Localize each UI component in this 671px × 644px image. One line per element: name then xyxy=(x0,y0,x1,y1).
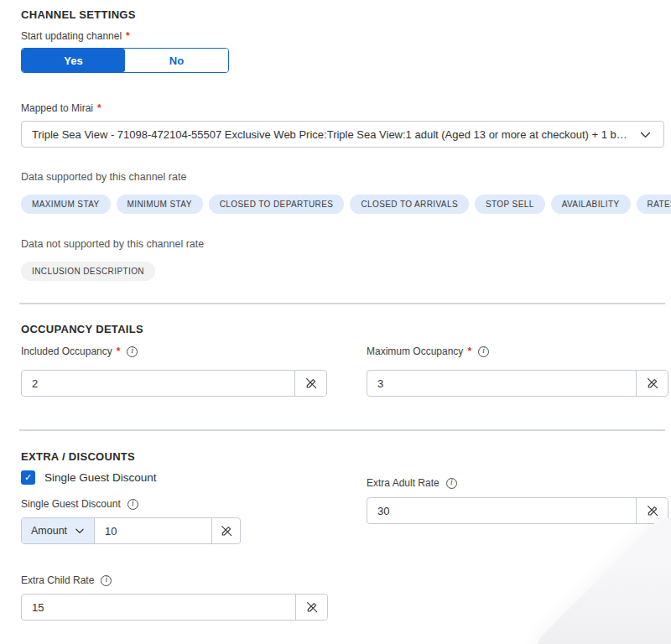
supported-chip: CLOSED TO DEPARTURES xyxy=(209,195,345,214)
single-guest-discount-group: Amount xyxy=(21,517,241,544)
maximum-occupancy-label: Maximum Occupancy * i xyxy=(367,345,489,357)
edit-off-icon xyxy=(646,504,659,517)
edit-off-icon xyxy=(305,600,319,614)
not-supported-data-label: Data not supported by this channel rate xyxy=(21,238,204,250)
not-supported-chips: INCLUSION DESCRIPTION xyxy=(21,262,155,281)
single-guest-discount-checkbox[interactable]: ✓ xyxy=(21,470,35,485)
label-text: Extra Child Rate xyxy=(21,574,94,586)
start-updating-channel-label: Start updating channel * xyxy=(21,30,130,42)
supported-chip: STOP SELL xyxy=(475,195,545,214)
toggle-option-yes[interactable]: Yes xyxy=(22,49,125,72)
selected-option-text: Triple Sea View - 71098-472104-55507 Exc… xyxy=(32,128,630,141)
edit-off-icon xyxy=(646,377,659,390)
required-asterisk: * xyxy=(467,345,471,357)
single-guest-discount-label: Single Guest Discount i xyxy=(21,498,138,510)
maximum-occupancy-group xyxy=(367,370,668,397)
info-icon[interactable]: i xyxy=(101,575,112,586)
section-divider xyxy=(19,429,665,431)
supported-chip: AVAILABILITY xyxy=(551,195,631,214)
supported-chip: RATES xyxy=(637,195,671,214)
mapped-to-mirai-select[interactable]: Triple Sea View - 71098-472104-55507 Exc… xyxy=(21,121,664,148)
required-asterisk: * xyxy=(117,345,121,357)
maximum-occupancy-input[interactable] xyxy=(367,371,636,396)
edit-off-button[interactable] xyxy=(636,371,668,396)
edit-off-icon xyxy=(220,524,233,538)
supported-chip: MAXIMUM STAY xyxy=(21,195,111,214)
checkbox-label: Single Guest Discount xyxy=(44,471,157,484)
required-asterisk: * xyxy=(97,102,101,114)
info-icon[interactable]: i xyxy=(446,478,457,489)
extra-adult-rate-input[interactable] xyxy=(367,498,636,523)
extra-adult-rate-group xyxy=(367,497,668,524)
label-text: Maximum Occupancy xyxy=(367,345,463,357)
toggle-option-no[interactable]: No xyxy=(125,49,228,72)
start-updating-toggle: Yes No xyxy=(21,48,229,73)
label-text: Start updating channel xyxy=(21,30,122,42)
supported-chips: MAXIMUM STAYMINIMUM STAYCLOSED TO DEPART… xyxy=(21,195,671,214)
label-text: Single Guest Discount xyxy=(21,498,121,510)
info-icon[interactable]: i xyxy=(127,499,138,510)
single-guest-discount-checkbox-row: ✓ Single Guest Discount xyxy=(21,470,157,485)
extra-child-rate-input[interactable] xyxy=(22,595,295,620)
extra-adult-rate-label: Extra Adult Rate i xyxy=(367,477,457,489)
included-occupancy-input[interactable] xyxy=(22,371,294,396)
label-text: Mapped to Mirai xyxy=(21,102,93,114)
extra-child-rate-group xyxy=(21,594,328,621)
section-title-extra-discounts: EXTRA / DISCOUNTS xyxy=(21,450,135,463)
edit-off-button[interactable] xyxy=(295,595,327,620)
section-title-channel-settings: CHANNEL SETTINGS xyxy=(21,8,136,21)
label-text: Included Occupancy xyxy=(21,345,112,357)
edit-off-icon xyxy=(304,377,318,390)
section-divider xyxy=(19,303,665,304)
discount-type-select[interactable]: Amount xyxy=(22,518,95,543)
included-occupancy-label: Included Occupancy * i xyxy=(21,345,138,357)
supported-data-label: Data supported by this channel rate xyxy=(21,171,186,183)
label-text: Extra Adult Rate xyxy=(367,477,440,489)
required-asterisk: * xyxy=(126,30,130,42)
mapped-to-mirai-label: Mapped to Mirai * xyxy=(21,102,101,114)
discount-type-value: Amount xyxy=(31,525,67,537)
corner-decoration xyxy=(527,508,671,644)
edit-off-button[interactable] xyxy=(211,518,240,543)
chevron-down-icon xyxy=(638,127,653,142)
chevron-down-icon xyxy=(74,525,86,537)
info-icon[interactable]: i xyxy=(478,346,489,357)
supported-chip: CLOSED TO ARRIVALS xyxy=(350,195,469,214)
extra-child-rate-label: Extra Child Rate i xyxy=(21,574,112,586)
edit-off-button[interactable] xyxy=(294,371,326,396)
single-guest-discount-input[interactable] xyxy=(95,518,211,543)
channel-settings-page: CHANNEL SETTINGS Start updating channel … xyxy=(0,0,671,644)
not-supported-chip: INCLUSION DESCRIPTION xyxy=(21,262,155,281)
info-icon[interactable]: i xyxy=(127,346,138,357)
included-occupancy-group xyxy=(21,370,327,397)
section-title-occupancy-details: OCCUPANCY DETAILS xyxy=(21,323,143,335)
checkmark-icon: ✓ xyxy=(24,473,32,482)
supported-chip: MINIMUM STAY xyxy=(117,195,203,214)
